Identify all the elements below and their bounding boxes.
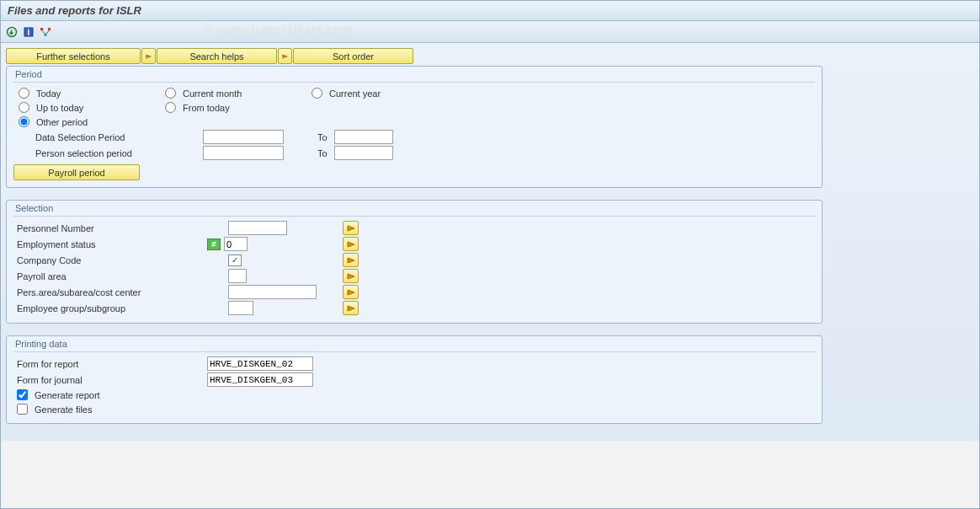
svg-rect-4 xyxy=(48,28,51,30)
radio-up-to-today[interactable]: Up to today xyxy=(19,102,162,113)
sort-order-button[interactable]: Sort order xyxy=(293,48,413,64)
data-selection-to-input[interactable] xyxy=(334,130,393,144)
personnel-number-input[interactable] xyxy=(228,221,287,235)
search-helps-button[interactable]: Search helps xyxy=(157,48,277,64)
payroll-area-input[interactable] xyxy=(228,269,247,283)
form-report-label: Form for report xyxy=(13,359,207,369)
selection-legend: Selection xyxy=(13,203,815,213)
radio-today-input[interactable] xyxy=(19,88,29,99)
employment-status-input[interactable] xyxy=(224,237,248,251)
not-equal-icon[interactable]: ≠ xyxy=(207,238,221,250)
filter-button-row: Further selections Search helps Sort ord… xyxy=(6,48,974,64)
search-helps-arrow-button[interactable] xyxy=(141,48,156,64)
svg-text:i: i xyxy=(28,28,30,37)
further-selections-button[interactable]: Further selections xyxy=(6,48,141,64)
form-journal-input[interactable] xyxy=(207,372,313,387)
to-label-2: To xyxy=(284,148,334,158)
radio-other-period-input[interactable] xyxy=(19,116,29,127)
emp-group-label: Employee group/subgroup xyxy=(13,303,228,313)
radio-from-today[interactable]: From today xyxy=(165,102,308,113)
form-report-input[interactable] xyxy=(207,356,313,371)
payroll-area-label: Payroll area xyxy=(13,271,228,281)
generate-report-checkbox[interactable] xyxy=(17,389,28,400)
pers-area-label: Pers.area/subarea/cost center xyxy=(13,287,228,297)
generate-files-checkbox[interactable] xyxy=(17,404,28,415)
radio-current-month-input[interactable] xyxy=(165,88,176,99)
payroll-area-range-button[interactable] xyxy=(343,269,359,283)
to-label-1: To xyxy=(284,132,334,142)
org-structure-icon[interactable] xyxy=(40,26,51,38)
radio-up-to-today-input[interactable] xyxy=(19,102,29,113)
pers-area-input[interactable] xyxy=(228,285,317,299)
radio-from-today-input[interactable] xyxy=(165,102,176,113)
radio-other-period[interactable]: Other period xyxy=(19,116,162,127)
sort-order-arrow-button[interactable] xyxy=(278,48,292,64)
generate-report-label: Generate report xyxy=(35,390,100,400)
printing-group: Printing data Form for report Form for j… xyxy=(6,335,823,424)
employment-status-range-button[interactable] xyxy=(343,237,359,251)
page-title: Files and reports for ISLR xyxy=(8,4,141,17)
person-selection-from-input[interactable] xyxy=(203,146,284,160)
generate-files-label: Generate files xyxy=(35,405,92,415)
selection-group: Selection Personnel Number Employment st… xyxy=(6,200,823,324)
payroll-period-button[interactable]: Payroll period xyxy=(13,164,140,180)
content-area: Further selections Search helps Sort ord… xyxy=(1,43,979,441)
personnel-number-range-button[interactable] xyxy=(343,221,359,235)
toolbar: i © www.tutorialkart.com xyxy=(1,21,979,43)
app-window: Files and reports for ISLR i © www.tutor… xyxy=(0,0,980,509)
svg-rect-3 xyxy=(40,28,43,30)
radio-current-year[interactable]: Current year xyxy=(312,88,455,99)
pers-area-range-button[interactable] xyxy=(343,285,359,299)
radio-today[interactable]: Today xyxy=(19,88,162,99)
radio-current-month[interactable]: Current month xyxy=(165,88,308,99)
form-journal-label: Form for journal xyxy=(13,375,207,385)
person-selection-label: Person selection period xyxy=(13,148,203,158)
info-icon[interactable]: i xyxy=(23,26,35,38)
company-code-label: Company Code xyxy=(13,255,228,265)
company-code-range-button[interactable] xyxy=(343,253,359,267)
title-bar: Files and reports for ISLR xyxy=(1,1,979,21)
data-selection-label: Data Selection Period xyxy=(13,132,203,142)
person-selection-to-input[interactable] xyxy=(334,146,393,160)
watermark: © www.tutorialkart.com xyxy=(203,23,353,38)
emp-group-input[interactable] xyxy=(228,301,253,315)
printing-legend: Printing data xyxy=(13,339,815,349)
employment-status-label: Employment status xyxy=(13,239,207,249)
data-selection-from-input[interactable] xyxy=(203,130,284,144)
emp-group-range-button[interactable] xyxy=(343,301,359,315)
period-group: Period Today Current month Current year xyxy=(6,66,823,188)
execute-icon[interactable] xyxy=(6,26,18,38)
radio-current-year-input[interactable] xyxy=(312,88,322,99)
company-code-check-icon[interactable]: ✓ xyxy=(228,254,242,266)
period-legend: Period xyxy=(13,69,815,79)
personnel-number-label: Personnel Number xyxy=(13,223,228,233)
